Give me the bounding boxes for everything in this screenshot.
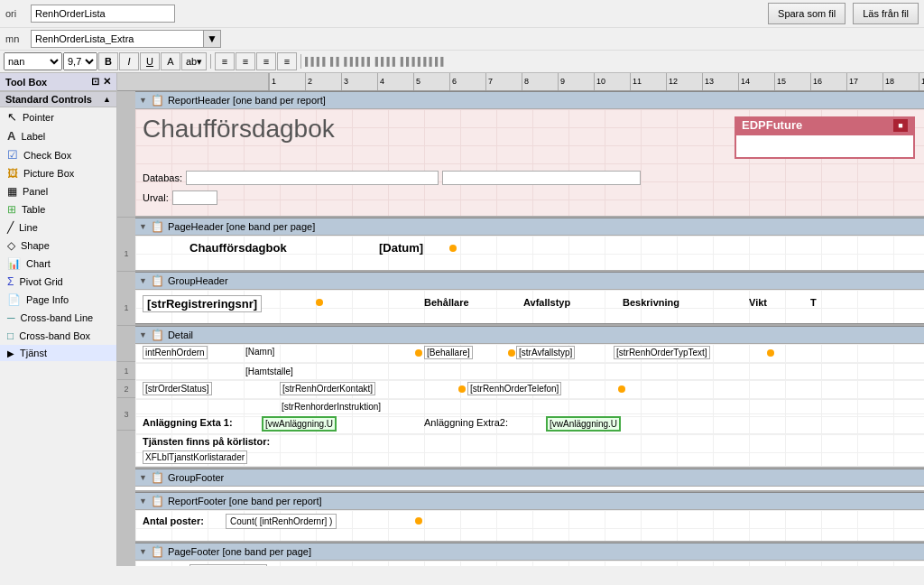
- toolbox-item-label10: Pivot Grid: [19, 276, 62, 287]
- ori-input[interactable]: [31, 5, 175, 23]
- page-footer-band-label: PageFooter [one band per page]: [168, 546, 311, 557]
- font-select[interactable]: nan: [4, 52, 62, 70]
- toolbox-header: Tool Box ⊡ ✕: [0, 73, 116, 91]
- toolbox-collapse-icon[interactable]: ▲: [103, 95, 111, 104]
- italic-button[interactable]: I: [119, 52, 139, 70]
- toolbox-item-label-ctrl[interactable]: A Label: [0, 126, 116, 145]
- group-header-icon: 📋: [151, 274, 164, 287]
- highlight-button[interactable]: ab▾: [181, 52, 207, 70]
- anlaggning2-field[interactable]: [vwAnläggning.U: [546, 416, 621, 432]
- toolbox-item-line[interactable]: ╱ Line: [0, 218, 116, 237]
- justify-button[interactable]: ≡: [277, 52, 297, 70]
- databas-field2[interactable]: [442, 171, 641, 185]
- canvas-scroll-area[interactable]: 1 2 3 4 5 6 7 8 9 10 11 12 13 14 15 16 1…: [117, 73, 924, 566]
- detail-content: intRenhOrdern [Namn] [Behallare] [strAvf…: [135, 344, 924, 469]
- edp-title-bar: EDPFuture ■: [735, 116, 915, 134]
- toolbox-item-shape[interactable]: ◇ Shape: [0, 237, 116, 255]
- text-color-button[interactable]: A: [161, 52, 180, 70]
- reg-dot: [316, 299, 323, 306]
- toolbox-item-chart[interactable]: 📊 Chart: [0, 255, 116, 273]
- band-collapse-arrow[interactable]: ▼: [139, 96, 147, 105]
- toolbox-item-crossband-box[interactable]: □ Cross-band Box: [0, 327, 116, 345]
- mn-dropdown-arrow[interactable]: ▼: [203, 31, 220, 47]
- toolbox-item-label6: Table: [22, 204, 45, 215]
- toolbox-section-header[interactable]: Standard Controls ▲: [0, 91, 116, 107]
- underline-button[interactable]: U: [140, 52, 160, 70]
- antal-field[interactable]: Count( [intRenhOrdernr] ): [226, 514, 337, 529]
- toolbox-item-tjänst[interactable]: ▶ Tjänst: [0, 345, 116, 361]
- field-hamtstalle[interactable]: [Hamtstalle]: [244, 366, 295, 377]
- field-telefon-dot: [458, 385, 466, 393]
- group-footer-icon: 📋: [151, 471, 164, 484]
- field-intrenhorder[interactable]: intRenhOrdern: [143, 346, 208, 359]
- urval-field[interactable]: [172, 190, 217, 205]
- font-size-select[interactable]: 9,75: [63, 52, 97, 70]
- ruler-mark: 8: [522, 73, 558, 90]
- toolbox-item-checkbox[interactable]: ☑ Check Box: [0, 145, 116, 164]
- align-left-button[interactable]: ≡: [215, 52, 235, 70]
- page-header-datum-dot: [449, 245, 457, 252]
- toolbox-pin-icon[interactable]: ⊡: [91, 76, 99, 88]
- detail-collapse[interactable]: ▼: [139, 330, 147, 339]
- toolbox-item-crossband-line[interactable]: ─ Cross-band Line: [0, 309, 116, 327]
- page-footer-band-header: ▼ 📋 PageFooter [one band per page]: [135, 543, 924, 561]
- toolbox-item-pointer[interactable]: ↖ Pointer: [0, 107, 116, 126]
- page-header-datum[interactable]: [Datum]: [379, 241, 423, 255]
- toolbox-close-icon[interactable]: ✕: [103, 76, 111, 88]
- save-file-button[interactable]: Spara som fil: [768, 3, 845, 24]
- toolbox-item-picturebox[interactable]: 🖼 Picture Box: [0, 164, 116, 182]
- edp-input-area[interactable]: [735, 134, 915, 159]
- detail-band-header: ▼ 📋 Detail: [135, 326, 924, 344]
- report-canvas: ▼ 📋 ReportHeader [one band per report] C…: [135, 91, 924, 566]
- mn-input[interactable]: [32, 31, 203, 47]
- load-file-button[interactable]: Läs från fil: [853, 3, 919, 24]
- field-typtext[interactable]: [strRenhOrderTypText]: [614, 346, 710, 359]
- report-footer-band-label: ReportFooter [one band per report]: [168, 496, 322, 506]
- field-orderstatus[interactable]: [strOrderStatus]: [143, 382, 212, 395]
- checkbox-icon: ☑: [7, 148, 18, 162]
- page-header-icon: 📋: [151, 220, 164, 233]
- pivotgrid-icon: Σ: [7, 275, 14, 288]
- page-header-collapse[interactable]: ▼: [139, 222, 147, 231]
- group-header-collapse[interactable]: ▼: [139, 276, 147, 285]
- page-footer-band: ▼ 📋 PageFooter [one band per page] Chauf…: [135, 543, 924, 566]
- toolbox-item-label14: Tjänst: [20, 348, 47, 358]
- ruler-mark: 15: [774, 73, 810, 90]
- ruler-mark: 7: [485, 73, 522, 90]
- tjansten-field[interactable]: XFLblTjanstKorlistarader: [143, 450, 247, 464]
- page-footer-collapse[interactable]: ▼: [139, 547, 147, 556]
- toolbox-title: Tool Box: [5, 77, 47, 88]
- toolbox-item-panel[interactable]: ▦ Panel: [0, 182, 116, 200]
- group-footer-band-header: ▼ 📋 GroupFooter: [135, 469, 924, 487]
- field-namn[interactable]: [Namn]: [244, 346, 276, 358]
- field-telefon[interactable]: [strRenhOrderTelefon]: [467, 382, 561, 395]
- page-header-title[interactable]: Chaufförsdagbok: [189, 241, 287, 255]
- detail-row-1: [strOrderStatus] [strRenhOrderKontakt] […: [135, 380, 924, 400]
- pointer-icon: ↖: [7, 110, 17, 124]
- toolbox-item-label3: Check Box: [23, 150, 71, 161]
- report-title[interactable]: Chaufförsdagbok: [143, 115, 335, 144]
- bold-button[interactable]: B: [98, 52, 118, 70]
- align-right-button[interactable]: ≡: [256, 52, 276, 70]
- edp-red-btn[interactable]: ■: [893, 119, 908, 132]
- toolbox-item-pageinfo[interactable]: 📄 Page Info: [0, 291, 116, 309]
- ruler-mark: 17: [846, 73, 882, 90]
- field-instruktion-dot: [618, 385, 625, 393]
- page-footer-field[interactable]: Chaufforsdagbok: [189, 564, 267, 566]
- toolbox-item-table[interactable]: ⊞ Table: [0, 200, 116, 218]
- databas-field[interactable]: [186, 171, 439, 185]
- page-footer-content: Chaufforsdagbok: [135, 561, 924, 566]
- anlaggning1-field[interactable]: [vwAnläggning.U: [262, 416, 337, 432]
- align-center-button[interactable]: ≡: [236, 52, 255, 70]
- field-kontakt[interactable]: [strRenhOrderKontakt]: [280, 382, 375, 395]
- reg-field[interactable]: [strRegistreringsnr]: [143, 295, 262, 312]
- group-footer-collapse[interactable]: ▼: [139, 473, 147, 482]
- field-instruktion[interactable]: [strRenhorderInstruktion]: [280, 401, 383, 413]
- field-avfallstyp[interactable]: [strAvfallstyp]: [516, 346, 575, 359]
- field-behallare[interactable]: [Behallare]: [424, 346, 473, 359]
- group-header-band-header: ▼ 📋 GroupHeader: [135, 272, 924, 290]
- toolbox-item-pivotgrid[interactable]: Σ Pivot Grid: [0, 273, 116, 291]
- report-footer-collapse[interactable]: ▼: [139, 497, 147, 506]
- page-header-band-label: PageHeader [one band per page]: [168, 221, 315, 232]
- urval-label: Urval:: [143, 192, 169, 203]
